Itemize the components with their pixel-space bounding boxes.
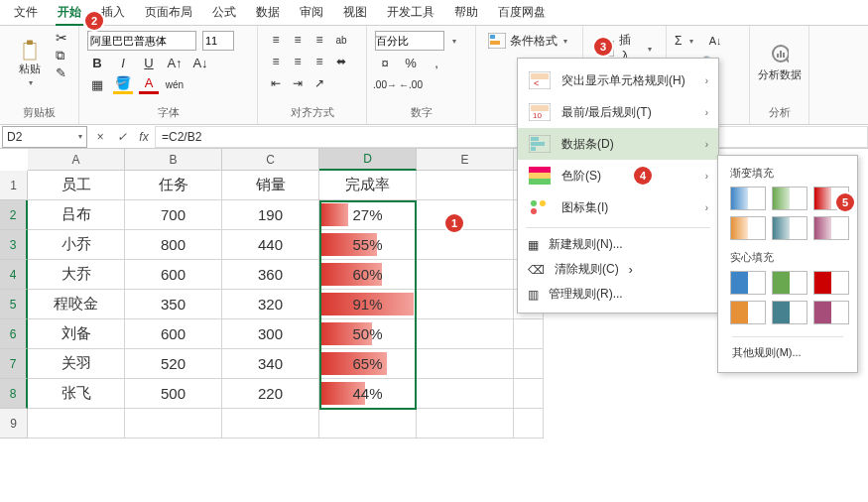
db-solid-green[interactable] (772, 271, 807, 295)
cf-top-bottom-rules[interactable]: 10 最前/最后规则(T) › (518, 96, 718, 128)
conditional-format-button[interactable]: 条件格式 ▾ (484, 30, 574, 52)
cell-databar[interactable]: 50% (319, 319, 417, 349)
number-format-select[interactable] (375, 31, 444, 51)
cut-icon[interactable]: ✂ (56, 30, 67, 46)
cell[interactable]: 700 (125, 200, 222, 230)
cell[interactable]: 程咬金 (28, 290, 125, 319)
increase-decimal-icon[interactable]: .00→ (375, 74, 395, 94)
align-mid-icon[interactable]: ≡ (288, 30, 308, 50)
cell[interactable]: 吕布 (28, 200, 125, 230)
row-header[interactable]: 9 (0, 409, 28, 439)
menu-formulas[interactable]: 公式 (202, 0, 246, 25)
menu-view[interactable]: 视图 (333, 0, 377, 25)
db-solid-blue[interactable] (730, 271, 766, 295)
cell[interactable]: 员工 (28, 171, 125, 200)
cell[interactable] (514, 319, 544, 349)
cell[interactable] (28, 409, 125, 439)
db-gradient-blue[interactable] (730, 187, 766, 210)
cell[interactable] (417, 379, 514, 409)
cell[interactable]: 任务 (125, 171, 222, 200)
indent-dec-icon[interactable]: ⇤ (266, 73, 286, 93)
cell[interactable]: 440 (222, 230, 319, 260)
col-header-C[interactable]: C (222, 149, 319, 171)
cell[interactable]: 600 (125, 260, 222, 290)
menu-dev[interactable]: 开发工具 (377, 0, 444, 25)
cell[interactable]: 220 (222, 379, 319, 409)
db-solid-orange[interactable] (730, 301, 766, 324)
menu-file[interactable]: 文件 (4, 0, 48, 25)
bold-button[interactable]: B (87, 53, 107, 72)
sum-icon[interactable]: Σ (675, 34, 682, 48)
cell[interactable]: 600 (125, 319, 222, 349)
cell[interactable]: 300 (222, 319, 319, 349)
cell[interactable] (417, 409, 514, 439)
cell[interactable] (417, 171, 514, 200)
cell[interactable]: 350 (125, 290, 222, 319)
row-header[interactable]: 4 (0, 260, 28, 290)
sort-icon[interactable]: A↓ (709, 35, 722, 47)
cell[interactable]: 完成率 (319, 171, 417, 200)
cf-new-rule[interactable]: ▦新建规则(N)... (518, 232, 718, 257)
align-left-icon[interactable]: ≡ (266, 52, 286, 71)
cell[interactable] (222, 409, 319, 439)
cell[interactable]: 500 (125, 379, 222, 409)
cell[interactable] (514, 349, 544, 379)
formula-input[interactable]: =C2/B2 (155, 126, 868, 148)
cell[interactable] (514, 379, 544, 409)
row-header[interactable]: 3 (0, 230, 28, 260)
db-solid-red[interactable] (813, 271, 849, 295)
fx-icon[interactable]: fx (133, 126, 155, 148)
format-painter-icon[interactable]: ✎ (56, 65, 67, 80)
cell[interactable] (417, 200, 514, 230)
cell-databar[interactable]: 55% (319, 230, 417, 260)
row-header[interactable]: 5 (0, 290, 28, 319)
col-header-A[interactable]: A (28, 149, 125, 171)
cell[interactable]: 340 (222, 349, 319, 379)
cell[interactable] (319, 409, 417, 439)
menu-page-layout[interactable]: 页面布局 (135, 0, 202, 25)
db-solid-purple[interactable] (813, 301, 849, 324)
accept-formula-icon[interactable]: ✓ (111, 126, 133, 148)
cf-color-scales[interactable]: 色阶(S) › (518, 160, 718, 191)
db-gradient-cyan[interactable] (772, 216, 807, 240)
cf-data-bars[interactable]: 数据条(D) › (518, 128, 718, 160)
menu-review[interactable]: 审阅 (290, 0, 333, 25)
align-bot-icon[interactable]: ≡ (310, 30, 329, 50)
cell-databar[interactable]: 60% (319, 260, 417, 290)
font-color-button[interactable]: A (139, 74, 159, 94)
comma-icon[interactable]: , (427, 53, 446, 72)
cell[interactable]: 360 (222, 260, 319, 290)
cell[interactable] (417, 260, 514, 290)
db-gradient-green[interactable] (772, 187, 807, 210)
cell[interactable]: 关羽 (28, 349, 125, 379)
font-size-select[interactable] (202, 31, 234, 51)
cell[interactable] (417, 349, 514, 379)
cell[interactable] (514, 409, 544, 439)
cancel-formula-icon[interactable]: × (89, 126, 111, 148)
cf-clear-rules[interactable]: ⌫清除规则(C)› (518, 257, 718, 282)
merge-button[interactable]: ⬌ (331, 52, 351, 71)
row-header[interactable]: 7 (0, 349, 28, 379)
cf-highlight-rules[interactable]: < 突出显示单元格规则(H) › (518, 64, 718, 96)
col-header-B[interactable]: B (125, 149, 222, 171)
db-solid-cyan[interactable] (772, 301, 807, 324)
cell[interactable]: 520 (125, 349, 222, 379)
menu-data[interactable]: 数据 (246, 0, 290, 25)
cell-databar[interactable]: 27% (319, 200, 417, 230)
cell[interactable]: 张飞 (28, 379, 125, 409)
decrease-decimal-icon[interactable]: ←.00 (401, 74, 421, 94)
cell-databar[interactable]: 44% (319, 379, 417, 409)
cell[interactable] (417, 230, 514, 260)
orientation-icon[interactable]: ↗ (310, 73, 329, 93)
menu-help[interactable]: 帮助 (444, 0, 488, 25)
currency-icon[interactable]: ¤ (375, 53, 395, 72)
col-header-E[interactable]: E (417, 149, 514, 171)
pinyin-button[interactable]: wén (165, 74, 185, 94)
decrease-font-button[interactable]: A↓ (190, 53, 210, 72)
font-name-select[interactable] (87, 31, 196, 51)
underline-button[interactable]: U (139, 53, 159, 72)
border-button[interactable]: ▦ (87, 74, 107, 94)
copy-icon[interactable]: ⧉ (56, 48, 67, 63)
fill-color-button[interactable]: 🪣 (113, 74, 133, 94)
db-gradient-orange[interactable] (730, 216, 766, 240)
